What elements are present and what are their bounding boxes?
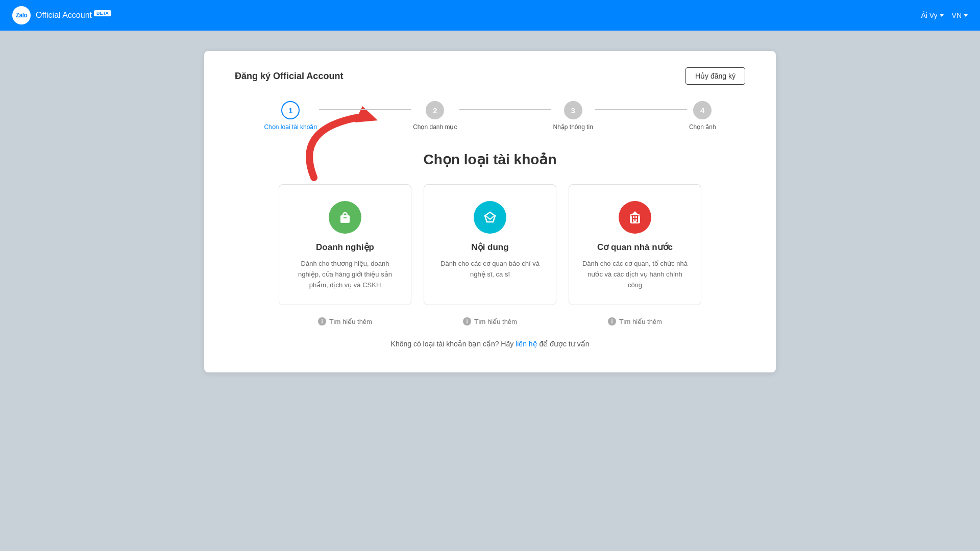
svg-rect-1 <box>340 215 350 223</box>
svg-rect-5 <box>638 216 640 223</box>
step-1: 1 Chọn loại tài khoản <box>264 101 317 131</box>
step-1-circle: 1 <box>281 101 300 119</box>
step-connector-3 <box>595 109 687 110</box>
co-quan-icon <box>619 201 651 234</box>
lang-menu[interactable]: VN <box>952 11 968 19</box>
doanh-nghiep-icon <box>329 201 361 234</box>
step-3-label: Nhập thông tin <box>553 123 593 131</box>
svg-rect-6 <box>633 216 634 218</box>
step-4-label: Chọn ảnh <box>689 123 716 131</box>
header-left: Zalo Official AccountBETA <box>12 6 111 24</box>
co-quan-name: Cơ quan nhà nước <box>597 242 673 253</box>
noi-dung-name: Nội dung <box>471 242 508 253</box>
header-right: Ái Vy VN <box>921 11 968 19</box>
contact-link[interactable]: liên hệ <box>516 340 537 348</box>
registration-card: Đăng ký Official Account Hủy đăng ký 1 C… <box>204 51 776 372</box>
svg-rect-7 <box>635 216 637 218</box>
step-3: 3 Nhập thông tin <box>553 101 593 131</box>
svg-rect-8 <box>633 219 634 221</box>
svg-rect-10 <box>633 221 636 223</box>
account-type-co-quan[interactable]: Cơ quan nhà nước Dành cho các cơ quan, t… <box>569 184 701 305</box>
account-type-noi-dung[interactable]: Nội dung Dành cho các cơ quan báo chí và… <box>424 184 556 305</box>
header: Zalo Official AccountBETA Ái Vy VN <box>0 0 980 31</box>
beta-badge: BETA <box>94 10 111 16</box>
doanh-nghiep-name: Doanh nghiệp <box>316 242 374 253</box>
info-icon-3: i <box>608 317 616 325</box>
user-menu[interactable]: Ái Vy <box>921 11 943 19</box>
noi-dung-desc: Dành cho các cơ quan báo chí và nghệ sĩ,… <box>436 259 544 280</box>
step-2-label: Chọn danh mục <box>413 123 457 131</box>
step-1-label: Chọn loại tài khoản <box>264 123 317 131</box>
user-chevron-icon <box>940 14 944 17</box>
doanh-nghiep-desc: Dành cho thương hiệu, doanh nghiệp, cửa … <box>291 259 399 290</box>
info-icon-1: i <box>318 317 326 325</box>
account-type-doanh-nghiep[interactable]: Doanh nghiệp Dành cho thương hiệu, doanh… <box>279 184 411 305</box>
noi-dung-icon <box>474 201 506 234</box>
main-content: Đăng ký Official Account Hủy đăng ký 1 C… <box>0 31 980 551</box>
steps-indicator: 1 Chọn loại tài khoản 2 Chọn danh mục 3 … <box>235 101 745 131</box>
step-connector-1 <box>319 109 411 110</box>
step-2-circle: 2 <box>426 101 444 119</box>
step-connector-2 <box>459 109 551 110</box>
learn-more-row: i Tìm hiểu thêm i Tìm hiểu thêm i Tìm hi… <box>235 317 745 325</box>
page-heading: Chọn loại tài khoản <box>235 151 745 168</box>
step-4: 4 Chọn ảnh <box>689 101 716 131</box>
learn-more-doanh-nghiep[interactable]: i Tìm hiểu thêm <box>279 317 411 325</box>
step-4-circle: 4 <box>693 101 712 119</box>
svg-rect-4 <box>630 216 632 223</box>
step-2: 2 Chọn danh mục <box>413 101 457 131</box>
header-title: Official AccountBETA <box>36 11 111 20</box>
card-header: Đăng ký Official Account Hủy đăng ký <box>235 67 745 85</box>
step-3-circle: 3 <box>564 101 582 119</box>
svg-rect-9 <box>635 219 637 221</box>
lang-chevron-icon <box>964 14 968 17</box>
svg-marker-12 <box>632 211 638 214</box>
cancel-button[interactable]: Hủy đăng ký <box>685 67 745 85</box>
zalo-logo: Zalo <box>12 6 31 24</box>
co-quan-desc: Dành cho các cơ quan, tổ chức nhà nước v… <box>581 259 689 290</box>
info-icon-2: i <box>463 317 471 325</box>
bottom-text: Không có loại tài khoản bạn cần? Hãy liê… <box>235 340 745 348</box>
learn-more-noi-dung[interactable]: i Tìm hiểu thêm <box>424 317 556 325</box>
account-type-list: Doanh nghiệp Dành cho thương hiệu, doanh… <box>235 184 745 305</box>
card-title: Đăng ký Official Account <box>235 71 343 82</box>
learn-more-co-quan[interactable]: i Tìm hiểu thêm <box>569 317 701 325</box>
